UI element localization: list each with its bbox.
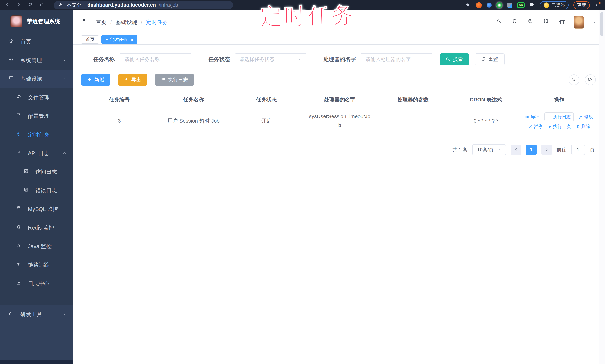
sidebar-item-label: Redis 监控 bbox=[28, 224, 54, 232]
sidebar-item-label: 日志中心 bbox=[28, 280, 50, 287]
sidebar-item-error-log[interactable]: 错误日志 bbox=[0, 181, 74, 200]
exec-log-button[interactable]: 执行日志 bbox=[155, 74, 194, 86]
browser-back-icon[interactable] bbox=[5, 2, 11, 8]
add-button[interactable]: 新增 bbox=[81, 74, 110, 86]
refresh-table-button[interactable] bbox=[585, 74, 596, 85]
avatar-caret-icon[interactable] bbox=[592, 20, 597, 25]
url-host[interactable]: dashboard.yudao.iocoder.cn bbox=[87, 2, 156, 8]
breadcrumb-section[interactable]: 基础设施 bbox=[116, 19, 137, 26]
profile-paused-badge[interactable]: 已暂停 bbox=[540, 1, 568, 9]
browser-home-icon[interactable] bbox=[39, 2, 45, 8]
row-exec-log-label: 执行日志 bbox=[553, 114, 571, 120]
refresh-icon bbox=[588, 77, 593, 82]
filter-form: 任务名称 任务状态 请选择任务状态 处理器的名字 搜索 bbox=[81, 53, 597, 65]
export-button[interactable]: 导出 bbox=[118, 74, 147, 86]
detail-link-label: 详细 bbox=[531, 114, 539, 120]
close-icon[interactable] bbox=[130, 38, 133, 41]
github-icon[interactable] bbox=[512, 19, 519, 26]
extensions-puzzle-icon[interactable] bbox=[529, 2, 535, 8]
sidebar-item-system-mgmt[interactable]: 系统管理 bbox=[0, 51, 74, 70]
fullscreen-icon[interactable] bbox=[544, 19, 551, 26]
extension-grid-icon[interactable] bbox=[507, 3, 512, 8]
job-name-label: 任务名称 bbox=[93, 56, 115, 63]
font-size-icon[interactable]: tT bbox=[559, 19, 565, 26]
breadcrumb-home[interactable]: 首页 bbox=[96, 19, 107, 26]
sidebar-item-log-center[interactable]: 日志中心 bbox=[0, 274, 74, 293]
reset-button[interactable]: 重置 bbox=[475, 53, 505, 65]
url-path[interactable]: /infra/job bbox=[159, 2, 178, 8]
extension-on-badge[interactable]: on bbox=[517, 2, 525, 8]
prev-page-button[interactable] bbox=[511, 144, 521, 155]
breadcrumb-separator: / bbox=[110, 19, 112, 25]
bookmark-star-icon[interactable] bbox=[465, 2, 471, 8]
sidebar: 芋道管理系统 首页 系统管理 基础设施 bbox=[0, 10, 74, 364]
play-icon bbox=[547, 124, 552, 129]
job-status-select[interactable]: 请选择任务状态 bbox=[235, 53, 306, 65]
run-once-link[interactable]: 执行一次 bbox=[547, 124, 571, 130]
sidebar-item-java-monitor[interactable]: Java 监控 bbox=[0, 237, 74, 256]
browser-reload-icon[interactable] bbox=[28, 2, 34, 8]
search-icon[interactable] bbox=[497, 19, 504, 26]
run-once-link-label: 执行一次 bbox=[553, 124, 571, 130]
reset-button-label: 重置 bbox=[488, 56, 498, 63]
handler-name-input[interactable] bbox=[361, 53, 432, 65]
api-log-icon bbox=[16, 150, 23, 156]
help-icon[interactable] bbox=[528, 19, 535, 26]
pause-link[interactable]: 暂停 bbox=[528, 124, 542, 130]
browser-update-button[interactable]: 更新 bbox=[573, 1, 590, 9]
chevron-down-icon bbox=[62, 312, 67, 317]
sidebar-item-dev-tools[interactable]: 研发工具 bbox=[0, 305, 74, 324]
row-exec-log-link[interactable]: 执行日志 bbox=[544, 112, 574, 121]
sidebar-item-label: 基础设施 bbox=[20, 75, 42, 83]
page-number-button[interactable]: 1 bbox=[526, 144, 537, 155]
chevron-down-icon bbox=[497, 147, 501, 152]
next-page-button[interactable] bbox=[541, 144, 552, 155]
page-size-select[interactable]: 10条/页 bbox=[472, 144, 506, 155]
delete-link[interactable]: 删除 bbox=[576, 124, 590, 130]
security-label[interactable]: 不安全 bbox=[66, 2, 81, 8]
browser-scrollbar[interactable] bbox=[599, 10, 605, 364]
app-frame: 芋道管理系统 首页 系统管理 基础设施 bbox=[0, 10, 605, 364]
main-area: 首页 / 基础设施 / 定时任务 tT 首页 bbox=[74, 10, 605, 364]
sidebar-item-infrastructure[interactable]: 基础设施 bbox=[0, 70, 74, 88]
sidebar-item-label: 首页 bbox=[20, 38, 31, 46]
detail-link[interactable]: 详细 bbox=[525, 114, 539, 120]
user-avatar[interactable] bbox=[574, 16, 584, 29]
actions-line-2: 暂停 执行一次 删除 bbox=[528, 124, 590, 130]
layers-icon bbox=[16, 225, 23, 231]
sidebar-item-file-mgmt[interactable]: 文件管理 bbox=[0, 88, 74, 107]
address-bar[interactable]: 不安全 dashboard.yudao.iocoder.cn /infra/jo… bbox=[53, 1, 233, 9]
extension-orange-icon[interactable] bbox=[476, 2, 482, 8]
sidebar-bottom-zone: 研发工具 bbox=[0, 305, 74, 360]
collapse-sidebar-icon[interactable] bbox=[81, 18, 89, 26]
job-name-input[interactable] bbox=[120, 53, 191, 65]
search-button-label: 搜索 bbox=[453, 56, 463, 63]
sidebar-item-scheduled-tasks[interactable]: 定时任务 bbox=[0, 126, 74, 144]
job-status-placeholder: 请选择任务状态 bbox=[239, 56, 274, 63]
browser-menu-icon[interactable] bbox=[595, 2, 600, 8]
search-button[interactable]: 搜索 bbox=[440, 53, 469, 65]
sidebar-item-api-log[interactable]: API 日志 bbox=[0, 144, 74, 163]
tab-scheduled-tasks[interactable]: 定时任务 bbox=[101, 35, 137, 43]
database-icon bbox=[16, 206, 23, 212]
scrollbar-thumb[interactable] bbox=[600, 12, 603, 36]
cell-job-id: 3 bbox=[81, 118, 157, 124]
sidebar-item-mysql-monitor[interactable]: MySQL 监控 bbox=[0, 200, 74, 219]
toggle-search-button[interactable] bbox=[568, 74, 579, 85]
tab-home[interactable]: 首页 bbox=[81, 35, 99, 43]
extension-green-icon[interactable] bbox=[496, 2, 502, 8]
sidebar-item-trace[interactable]: 链路追踪 bbox=[0, 256, 74, 274]
goto-page-input[interactable] bbox=[571, 144, 585, 155]
sidebar-item-home[interactable]: 首页 bbox=[0, 33, 74, 51]
sidebar-item-config-mgmt[interactable]: 配置管理 bbox=[0, 107, 74, 126]
breadcrumb-separator: / bbox=[141, 19, 142, 25]
chevron-up-icon bbox=[62, 77, 67, 82]
sidebar-item-redis-monitor[interactable]: Redis 监控 bbox=[0, 219, 74, 237]
edit-link[interactable]: 修改 bbox=[579, 114, 593, 120]
table-row: 3 用户 Session 超时 Job 开启 sysUserSessionTim… bbox=[81, 107, 597, 135]
sidebar-item-access-log[interactable]: 访问日志 bbox=[0, 163, 74, 181]
extension-blue-icon[interactable] bbox=[487, 3, 491, 8]
browser-forward-icon[interactable] bbox=[16, 2, 22, 8]
url-divider bbox=[84, 3, 84, 7]
sidebar-logo-row[interactable]: 芋道管理系统 bbox=[0, 10, 74, 33]
